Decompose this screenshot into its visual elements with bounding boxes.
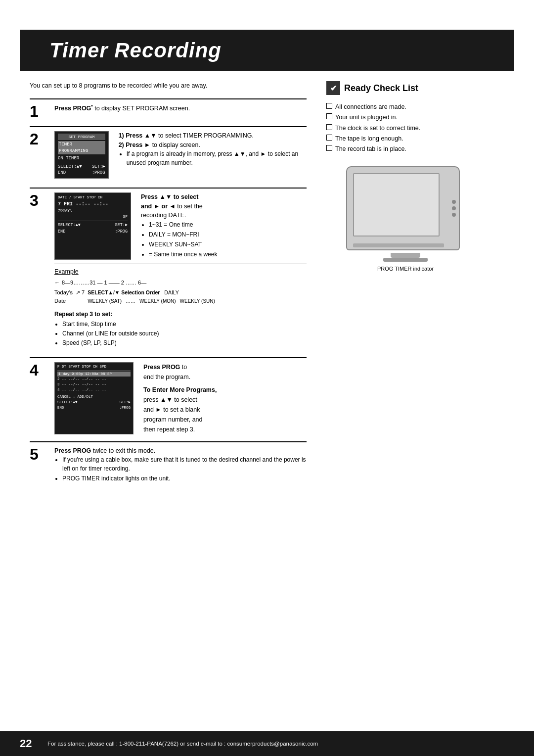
checklist-item-3: The clock is set to correct time. bbox=[326, 123, 485, 134]
step-5-bullet-1: If you're using a cable box, make sure t… bbox=[62, 455, 307, 473]
screen-2-line1: ON TIMER bbox=[58, 155, 105, 162]
example-title: Example bbox=[54, 267, 307, 277]
screen-4-end: END bbox=[57, 405, 64, 411]
left-column: You can set up to 8 programs to be recor… bbox=[30, 81, 307, 491]
screen-4-row2: 2 -- --/-- --/-- -- -- bbox=[57, 377, 131, 382]
step-2-instr2: 2) Press ► to display screen. bbox=[119, 141, 307, 150]
screen-2-display: SET PROGRAM TIMER PROGRAMMING ON TIMER S… bbox=[54, 131, 109, 179]
footer: 22 For assistance, please call : 1-800-2… bbox=[0, 731, 534, 756]
step-3-b: Press ▲▼ to select bbox=[141, 193, 198, 200]
page-header: Timer Recording bbox=[20, 30, 514, 71]
step-3: 3 DATE / START STOP CH 7 FRI --:-- --:--… bbox=[30, 188, 307, 350]
screen-3-row1: SELECT:▲▼ SET:► bbox=[58, 222, 128, 229]
repeat-item-2: Channel (or LINE for outside source) bbox=[62, 329, 307, 338]
step-3-bullets: 1~31 = One time DAILY = MON~FRI WEEKLY S… bbox=[141, 220, 217, 259]
checkmark-symbol: ✔ bbox=[330, 84, 337, 93]
screen-3-line2: 7 FRI --:-- --:-- bbox=[58, 200, 128, 208]
ready-check-title-text: Ready Check List bbox=[344, 83, 418, 94]
checkbox-1 bbox=[326, 103, 332, 109]
weekly-row: WEEKLY (SAT) …… WEEKLY (MON) WEEKLY (SUN… bbox=[88, 297, 215, 305]
step-1: 1 Press PROG* to display SET PROGRAM scr… bbox=[30, 98, 307, 119]
date-label: Date bbox=[54, 297, 73, 306]
step-2-number: 2 bbox=[30, 131, 50, 181]
repeat-section: Repeat step 3 to set: Start time, Stop t… bbox=[54, 310, 307, 347]
screen-4-prog: :PROG bbox=[119, 405, 131, 411]
screen-4-cancel: CANCEL : ADD/DLT bbox=[57, 394, 131, 400]
screen-3-divider bbox=[58, 221, 128, 221]
checklist-text-5: The record tab is in place. bbox=[335, 144, 406, 154]
screen-2-title: SET PROGRAM bbox=[58, 134, 105, 140]
step-5-number: 5 bbox=[30, 446, 50, 484]
prog-timer-label: PROG TIMER indicator bbox=[377, 266, 434, 272]
screen-2-row1: SELECT:▲▼ SET:► bbox=[58, 164, 105, 170]
checklist-text-1: All connections are made. bbox=[335, 102, 406, 112]
step-3-content: DATE / START STOP CH 7 FRI --:-- --:-- 7… bbox=[54, 192, 307, 350]
checklist-item-4: The tape is long enough. bbox=[326, 134, 485, 144]
example-diagram: ← 8—9………31 — 1 —— 2 …… 6— Today's Date ↗… bbox=[54, 279, 307, 306]
timeline-arrow: ← bbox=[54, 279, 60, 287]
todays-date-col: Today's Date bbox=[54, 288, 73, 306]
step-3-inner: DATE / START STOP CH 7 FRI --:-- --:-- 7… bbox=[54, 192, 307, 260]
tv-button-3 bbox=[452, 213, 456, 217]
tv-stand bbox=[391, 253, 420, 258]
screen-4-header: P DT START STOP CH SPD bbox=[57, 364, 131, 371]
tv-button-1 bbox=[452, 200, 456, 204]
screen-2-highlight-row: TIMER PROGRAMMING bbox=[58, 141, 105, 154]
checklist-item-1: All connections are made. bbox=[326, 102, 485, 112]
footer-page-number: 22 bbox=[20, 737, 38, 750]
timeline-row: ← 8—9………31 — 1 —— 2 …… 6— bbox=[54, 279, 307, 287]
select-order-col: SELECT▲/▼ Selection Order DAILY WEEKLY (… bbox=[88, 288, 215, 306]
checkbox-5 bbox=[326, 145, 332, 151]
tv-bottom-strip bbox=[353, 243, 444, 247]
weekly-sat: WEEKLY (SAT) bbox=[88, 297, 122, 305]
screen-3-r2l: END bbox=[58, 229, 65, 235]
step-4-text: Press PROG toend the program. To Enter M… bbox=[143, 362, 217, 434]
select-bold: SELECT▲/▼ Selection Order bbox=[88, 289, 160, 295]
screen-3-sp: SP bbox=[58, 214, 128, 220]
step-5-b: Press PROG bbox=[54, 447, 91, 454]
repeat-item-3: Speed (SP, LP, SLP) bbox=[62, 338, 307, 347]
step-2-instructions: 1) Press ▲▼ to select TIMER PROGRAMMING.… bbox=[119, 131, 307, 181]
screen-2-row2-left: END bbox=[58, 170, 66, 176]
ready-check-title-row: ✔ Ready Check List bbox=[326, 81, 485, 95]
step-1-bold: Press PROG* bbox=[54, 105, 93, 112]
step-2-inner: SET PROGRAM TIMER PROGRAMMING ON TIMER S… bbox=[54, 131, 307, 181]
step-3-bullet-2: DAILY = MON~FRI bbox=[149, 230, 217, 239]
checklist-item-5: The record tab is in place. bbox=[326, 144, 485, 154]
step-3-b2: and ► or ◄ bbox=[141, 203, 176, 210]
screen-2-row1-left: SELECT:▲▼ bbox=[58, 164, 82, 170]
timeline-nums: 8—9………31 — 1 —— 2 …… 6— bbox=[62, 279, 146, 287]
step-3-bullet-1: 1~31 = One time bbox=[149, 220, 217, 229]
repeat-title: Repeat step 3 to set: bbox=[54, 310, 307, 319]
repeat-item-1: Start time, Stop time bbox=[62, 320, 307, 329]
step-4-inner: P DT START STOP CH SPD 1 day 9:00p 12:00… bbox=[54, 362, 307, 434]
screen-3-r2r: :PROG bbox=[115, 229, 128, 235]
screen-2-row1-right: SET:► bbox=[92, 164, 105, 170]
checklist-text-3: The clock is set to correct time. bbox=[335, 123, 420, 134]
step-3-main: Press ▲▼ to select and ► or ◄ to set the… bbox=[141, 192, 217, 220]
screen-3-display: DATE / START STOP CH 7 FRI --:-- --:-- 7… bbox=[54, 192, 131, 260]
step-2-instr1: 1) Press ▲▼ to select TIMER PROGRAMMING. bbox=[119, 131, 307, 141]
checkbox-2 bbox=[326, 113, 332, 119]
arrow-7: ↗ 7 bbox=[76, 288, 85, 297]
example-section: Example ← 8—9………31 — 1 —— 2 …… 6— Today'… bbox=[54, 264, 307, 306]
weekly-sun: WEEKLY (SUN) bbox=[180, 297, 215, 305]
footer-text: For assistance, please call : 1-800-211-… bbox=[47, 741, 318, 747]
checklist-item-2: Your unit is plugged in. bbox=[326, 112, 485, 123]
screen-4-row4: 4 -- --/-- --/-- -- -- bbox=[57, 387, 131, 393]
check-icon: ✔ bbox=[326, 81, 340, 95]
ready-check-section: ✔ Ready Check List All connections are m… bbox=[326, 81, 485, 154]
checklist: All connections are made. Your unit is p… bbox=[326, 102, 485, 154]
weekly-mon: WEEKLY (MON) bbox=[139, 297, 176, 305]
dots: …… bbox=[126, 297, 135, 305]
step-4-sub-b: To Enter More Programs, bbox=[143, 386, 217, 393]
step-3-number: 3 bbox=[30, 192, 50, 350]
screen-4-row5: SELECT:▲▼ SET:► bbox=[57, 400, 131, 405]
right-column: ✔ Ready Check List All connections are m… bbox=[316, 81, 485, 491]
step-4-b: Press PROG bbox=[143, 364, 180, 371]
screen-3-line3: 7©©AY\ bbox=[58, 208, 128, 214]
step-2-content: SET PROGRAM TIMER PROGRAMMING ON TIMER S… bbox=[54, 131, 307, 181]
step-1-number: 1 bbox=[30, 103, 50, 119]
todays-label: Today's bbox=[54, 288, 73, 297]
step-3-bullet-3: WEEKLY SUN~SAT bbox=[149, 240, 217, 249]
